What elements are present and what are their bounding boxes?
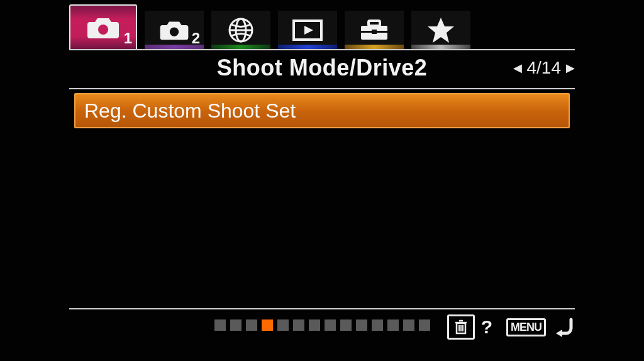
page-dot[interactable] (325, 319, 336, 331)
page-dot[interactable] (277, 319, 289, 331)
page-dot[interactable] (214, 319, 226, 331)
page-dot[interactable] (340, 319, 352, 331)
trash-icon (455, 319, 467, 335)
page-dot[interactable] (309, 319, 320, 331)
page-dot[interactable] (403, 319, 414, 331)
menu-button[interactable]: MENU (506, 318, 546, 336)
camera-icon (158, 19, 190, 41)
page-dot[interactable] (246, 319, 257, 331)
svg-point-1 (170, 28, 179, 36)
tab-underline (69, 49, 575, 50)
menu-item-label: Reg. Custom Shoot Set (84, 99, 296, 122)
tab-playback[interactable] (278, 11, 337, 50)
page-dot[interactable] (356, 319, 367, 331)
globe-icon (227, 16, 255, 44)
tab-network[interactable] (211, 11, 270, 50)
tab-setup[interactable] (345, 11, 404, 50)
page-counter: 4/14 (527, 58, 562, 78)
delete-button[interactable] (447, 314, 475, 340)
tab-camera-2-digit: 2 (192, 30, 200, 47)
tab-camera-1[interactable]: 1 (69, 4, 137, 50)
playback-icon (292, 19, 323, 42)
bottom-icon-bar: ? MENU (447, 314, 575, 340)
page-dot[interactable] (230, 319, 242, 331)
camera-icon (86, 16, 120, 40)
star-icon (426, 16, 455, 44)
back-icon[interactable] (553, 317, 575, 337)
tab-camera-2[interactable]: 2 (145, 11, 204, 50)
page-dot[interactable] (372, 319, 383, 331)
page-indicator: ◀ 4/14 ▶ (513, 58, 575, 78)
toolbox-icon (358, 18, 390, 42)
page-dot[interactable] (387, 319, 399, 331)
title-underline (69, 88, 575, 89)
svg-rect-10 (372, 30, 377, 34)
tab-camera-1-digit: 1 (124, 30, 132, 47)
menu-item-reg-custom-shoot-set[interactable]: Reg. Custom Shoot Set (74, 93, 570, 128)
bottom-divider (69, 308, 575, 309)
page-title: Shoot Mode/Drive2 (69, 55, 575, 81)
page-dot[interactable] (419, 319, 430, 331)
help-button[interactable]: ? (481, 316, 492, 338)
title-row: Shoot Mode/Drive2 ◀ 4/14 ▶ (69, 52, 575, 84)
camera-menu-screen: 1 2 (0, 0, 644, 361)
page-dot[interactable] (262, 319, 273, 331)
tab-bar: 1 2 (69, 3, 478, 50)
page-next-arrow[interactable]: ▶ (566, 61, 575, 75)
svg-marker-11 (428, 18, 454, 43)
page-prev-arrow[interactable]: ◀ (513, 61, 522, 75)
svg-point-0 (98, 25, 108, 35)
page-dot[interactable] (293, 319, 304, 331)
svg-marker-6 (304, 26, 313, 35)
tab-favorite[interactable] (411, 11, 470, 50)
svg-rect-9 (369, 21, 380, 26)
svg-marker-18 (556, 330, 562, 337)
menu-list: Reg. Custom Shoot Set (74, 93, 570, 128)
